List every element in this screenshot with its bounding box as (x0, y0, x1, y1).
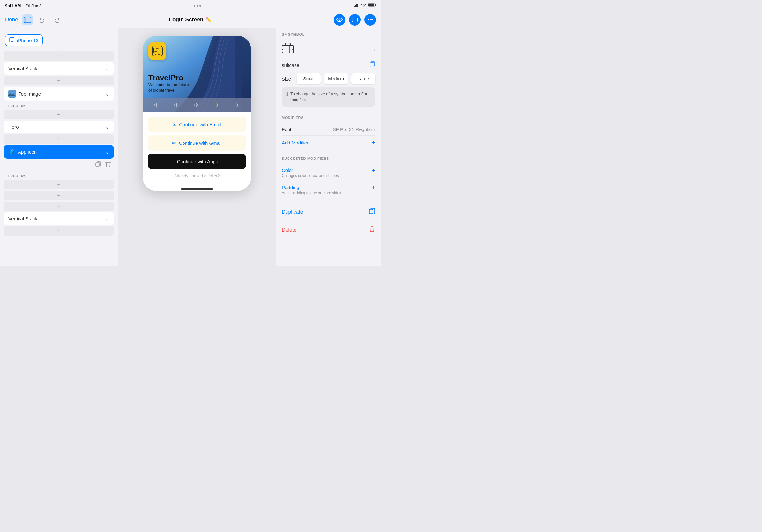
info-icon: ℹ (286, 92, 288, 103)
hero-text-block: TravelPro Welcome to the future of globa… (148, 73, 189, 93)
vertical-stack-item-1[interactable]: Vertical Stack ⌄ (4, 62, 114, 75)
padding-modifier-item[interactable]: Padding Adds padding to one or more side… (282, 181, 375, 198)
split-view-button[interactable] (349, 14, 360, 26)
overlay-label-1: OVERLAY (0, 102, 118, 108)
app-icon-selected-item[interactable]: 🧳 App Icon ⌄ (4, 145, 114, 159)
sf-symbol-chevron-icon[interactable]: › (374, 47, 375, 52)
add-button-6[interactable]: + (4, 191, 114, 200)
delete-action-icon (369, 226, 375, 234)
add-button-7[interactable]: + (4, 202, 114, 211)
phone-mockup: TravelPro Welcome to the future of globa… (143, 36, 251, 191)
app-icon-label: App Icon (18, 149, 37, 155)
size-small-button[interactable]: Small (297, 73, 321, 84)
status-time: 9:41 AM (5, 4, 21, 8)
suggested-modifiers-section: SUGGESTED MODIFIERS Color Changes color … (276, 152, 381, 203)
device-icon (9, 37, 14, 43)
add-padding-modifier-icon[interactable]: + (372, 185, 375, 191)
vertical-stack-label-2: Vertical Stack (8, 216, 37, 221)
app-icon-phone (148, 42, 166, 60)
sidebar-toggle-button[interactable] (22, 14, 33, 25)
device-label: iPhone 13 (17, 37, 38, 43)
hero-item[interactable]: Hero ⌄ (4, 120, 114, 133)
sf-symbol-section-header: SF SYMBOL (282, 33, 375, 36)
sf-symbol-preview: › (282, 40, 375, 58)
status-icons (353, 3, 376, 8)
continue-apple-button[interactable]: Continue with Apple (148, 154, 246, 169)
add-button-2[interactable]: + (4, 76, 114, 86)
svg-point-13 (368, 19, 369, 21)
continue-email-button[interactable]: ✉ Continue with Email (148, 117, 246, 132)
svg-rect-32 (370, 62, 374, 67)
toolbar: Done Login Screen ✏️ (0, 12, 381, 28)
dot2 (196, 5, 198, 7)
font-chevron-icon: › (374, 127, 375, 132)
status-bar: 9:41 AM Fri Jun 3 (0, 0, 381, 12)
plane-icon-5: ✈ (235, 101, 240, 109)
add-modifier-button[interactable]: Add Modifier + (282, 136, 375, 147)
add-button-4[interactable]: + (4, 134, 114, 144)
svg-rect-2 (356, 4, 357, 7)
duplicate-action-row[interactable]: Duplicate (276, 203, 381, 221)
color-modifier-item[interactable]: Color Changes color of text and shapes + (282, 164, 375, 181)
done-button[interactable]: Done (5, 17, 18, 23)
status-time-date: 9:41 AM Fri Jun 3 (5, 4, 41, 8)
sf-name-row: suitcase (282, 58, 375, 72)
delete-action-label: Delete (282, 227, 296, 233)
add-button-5[interactable]: + (4, 180, 114, 189)
vertical-stack-item-2[interactable]: Vertical Stack ⌄ (4, 212, 114, 225)
plane-icon-1: ✈ (154, 101, 159, 109)
duplicate-icon-small[interactable] (95, 161, 101, 170)
add-modifier-plus-icon: + (372, 139, 375, 146)
dot3 (199, 5, 201, 7)
overlay-label-2: OVERLAY (0, 172, 118, 179)
sf-symbol-section: SF SYMBOL › suitcase (276, 28, 381, 111)
preview-button[interactable] (334, 14, 345, 26)
font-modifier-value[interactable]: SF Pro 31 Regular › (333, 127, 375, 132)
add-button-1[interactable]: + (4, 51, 114, 61)
duplicate-action-label: Duplicate (282, 209, 303, 215)
email-icon: ✉ (172, 121, 177, 128)
svg-rect-19 (96, 163, 100, 166)
chevron-down-icon-3: ⌄ (105, 124, 110, 130)
vertical-stack-label-1: Vertical Stack (8, 66, 37, 71)
suitcase-icon-left: 🧳 (8, 148, 15, 155)
wifi-icon (361, 4, 366, 8)
add-button-3[interactable]: + (4, 110, 114, 119)
more-options-button[interactable] (364, 14, 376, 26)
top-image-thumbnail (8, 90, 16, 98)
modifiers-section-header: MODIFIERS (282, 116, 375, 120)
continue-gmail-button[interactable]: ✉ Continue with Gmail (148, 135, 246, 151)
modifiers-section: MODIFIERS Font SF Pro 31 Regular › Add M… (276, 111, 381, 152)
delete-icon-small[interactable] (105, 161, 112, 170)
suggested-modifiers-header: SUGGESTED MODIFIERS (282, 157, 375, 161)
size-selector-row: Size Small Medium Large (282, 73, 375, 84)
gmail-icon: ✉ (172, 140, 176, 146)
size-medium-button[interactable]: Medium (324, 73, 348, 84)
info-text: To change the size of a symbol, add a Fo… (290, 91, 371, 103)
svg-point-23 (155, 54, 156, 55)
color-modifier-desc: Changes color of text and shapes (282, 173, 339, 178)
chevron-down-icon-1: ⌄ (105, 65, 110, 71)
animation-strip: ✈ ✈ ✈ ✈ ✈ (143, 98, 251, 112)
svg-rect-5 (368, 4, 374, 7)
status-date: Fri Jun 3 (26, 4, 41, 8)
right-panel: SF SYMBOL › suitcase (276, 28, 381, 266)
three-dots-top (194, 5, 201, 7)
edit-title-icon[interactable]: ✏️ (206, 17, 212, 23)
hero-area: TravelPro Welcome to the future of globa… (143, 36, 251, 112)
add-button-8[interactable]: + (4, 226, 114, 236)
svg-rect-3 (357, 4, 358, 7)
left-panel: iPhone 13 + Vertical Stack ⌄ + (0, 28, 118, 266)
size-large-button[interactable]: Large (351, 73, 375, 84)
svg-rect-0 (353, 6, 354, 7)
top-image-item[interactable]: Top Image ⌄ (4, 87, 114, 101)
device-badge[interactable]: iPhone 13 (5, 34, 43, 46)
sf-name-label: suitcase (282, 62, 299, 68)
undo-button[interactable] (37, 14, 47, 25)
add-color-modifier-icon[interactable]: + (372, 167, 375, 174)
copy-sf-name-button[interactable] (369, 61, 375, 70)
redo-button[interactable] (51, 14, 62, 25)
padding-modifier-desc: Adds padding to one or more sides (282, 191, 341, 195)
hero-label: Hero (8, 124, 19, 129)
delete-action-row[interactable]: Delete (276, 221, 381, 239)
